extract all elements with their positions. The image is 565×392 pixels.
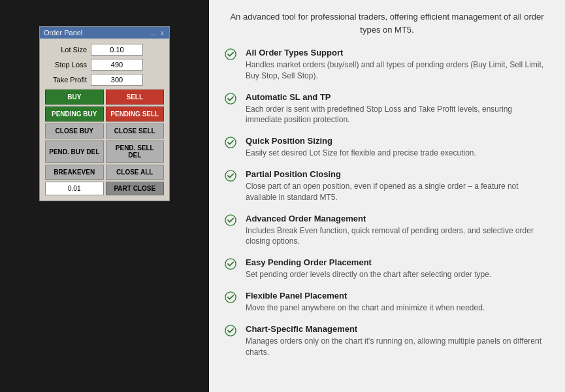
feature-item-7: Chart-Specific Management Manages orders… xyxy=(225,324,549,358)
feature-desc-1: Each order is sent with predefined Stop … xyxy=(246,104,549,126)
pend-sell-del-button[interactable]: PEND. SELL DEL xyxy=(106,140,165,163)
feature-desc-5: Set pending order levels directly on the… xyxy=(246,269,491,280)
close-buy-button[interactable]: CLOSE BUY xyxy=(45,123,104,139)
feature-title-7: Chart-Specific Management xyxy=(246,324,549,334)
feature-desc-7: Manages orders only on the chart it's ru… xyxy=(246,336,549,358)
left-area: Order Panel ... x Lot Size Stop Loss Tak… xyxy=(0,0,209,392)
order-panel-body: Lot Size Stop Loss Take Profit BUY SELL … xyxy=(40,39,169,201)
pend-buy-del-button[interactable]: PEND. BUY DEL xyxy=(45,140,104,163)
check-icon-0 xyxy=(225,48,239,63)
svg-point-3 xyxy=(225,171,236,181)
svg-point-6 xyxy=(225,292,236,302)
check-icon-7 xyxy=(225,325,239,339)
feature-title-4: Advanced Order Management xyxy=(246,214,549,223)
feature-content-0: All Order Types Support Handles market o… xyxy=(246,48,549,82)
part-close-button[interactable]: PART CLOSE xyxy=(106,182,165,195)
check-icon-3 xyxy=(225,170,239,184)
panel-title: Order Panel xyxy=(44,29,82,37)
feature-title-0: All Order Types Support xyxy=(246,48,549,57)
pending-sell-button[interactable]: PENDING SELL xyxy=(106,106,165,122)
close-sell-button[interactable]: CLOSE SELL xyxy=(106,123,165,139)
order-panel: Order Panel ... x Lot Size Stop Loss Tak… xyxy=(39,26,170,201)
feature-content-6: Flexible Panel Placement Move the panel … xyxy=(246,291,485,314)
take-profit-row: Take Profit xyxy=(45,74,164,86)
stop-loss-row: Stop Loss xyxy=(45,59,164,71)
take-profit-label: Take Profit xyxy=(45,76,91,84)
lot-size-row: Lot Size xyxy=(45,44,164,56)
feature-title-3: Partial Position Closing xyxy=(246,169,549,179)
feature-item-2: Quick Position Sizing Easily set desired… xyxy=(225,136,549,159)
lot-size-input[interactable] xyxy=(91,44,143,56)
svg-point-4 xyxy=(225,214,236,225)
feature-desc-3: Close part of an open position, even if … xyxy=(246,181,549,203)
check-icon-1 xyxy=(225,93,239,107)
lot-size-label: Lot Size xyxy=(45,46,91,54)
right-area: An advanced tool for professional trader… xyxy=(209,0,565,392)
stop-loss-input[interactable] xyxy=(91,59,143,71)
feature-item-4: Advanced Order Management Includes Break… xyxy=(225,214,549,248)
feature-title-6: Flexible Panel Placement xyxy=(246,291,485,301)
feature-item-6: Flexible Panel Placement Move the panel … xyxy=(225,291,549,314)
feature-content-1: Automatic SL and TP Each order is sent w… xyxy=(246,92,549,126)
bottom-row: PART CLOSE xyxy=(45,182,164,195)
check-icon-2 xyxy=(225,137,239,151)
check-icon-5 xyxy=(225,258,239,272)
svg-point-1 xyxy=(225,93,236,103)
feature-item-3: Partial Position Closing Close part of a… xyxy=(225,169,549,203)
feature-content-4: Advanced Order Management Includes Break… xyxy=(246,214,549,248)
feature-title-1: Automatic SL and TP xyxy=(246,92,549,102)
svg-point-5 xyxy=(225,259,236,269)
order-panel-titlebar: Order Panel ... x xyxy=(40,27,169,39)
feature-content-7: Chart-Specific Management Manages orders… xyxy=(246,324,549,358)
close-all-button[interactable]: CLOSE ALL xyxy=(106,165,165,180)
svg-point-0 xyxy=(225,49,236,59)
pending-buy-button[interactable]: PENDING BUY xyxy=(45,106,104,122)
feature-item-5: Easy Pending Order Placement Set pending… xyxy=(225,257,549,280)
feature-item-0: All Order Types Support Handles market o… xyxy=(225,48,549,82)
features-list: All Order Types Support Handles market o… xyxy=(225,48,549,357)
check-icon-6 xyxy=(225,291,239,306)
part-close-amount-input[interactable] xyxy=(45,182,104,195)
feature-desc-2: Easily set desired Lot Size for flexible… xyxy=(246,148,476,159)
close-panel-button[interactable]: x xyxy=(159,29,165,37)
minimize-button[interactable]: ... xyxy=(149,29,157,37)
feature-desc-4: Includes Break Even function, quick remo… xyxy=(246,225,549,248)
titlebar-controls: ... x xyxy=(149,29,165,37)
stop-loss-label: Stop Loss xyxy=(45,61,91,69)
svg-point-2 xyxy=(225,137,236,148)
feature-title-5: Easy Pending Order Placement xyxy=(246,257,491,267)
take-profit-input[interactable] xyxy=(91,74,143,86)
feature-title-2: Quick Position Sizing xyxy=(246,136,476,146)
sell-button[interactable]: SELL xyxy=(106,90,165,105)
svg-point-7 xyxy=(225,325,236,336)
buttons-grid: BUY SELL PENDING BUY PENDING SELL CLOSE … xyxy=(45,90,164,180)
feature-content-3: Partial Position Closing Close part of a… xyxy=(246,169,549,203)
check-icon-4 xyxy=(225,214,239,229)
buy-button[interactable]: BUY xyxy=(45,90,104,105)
feature-content-5: Easy Pending Order Placement Set pending… xyxy=(246,257,491,280)
feature-content-2: Quick Position Sizing Easily set desired… xyxy=(246,136,476,159)
breakeven-button[interactable]: BREAKEVEN xyxy=(45,165,104,180)
intro-text: An advanced tool for professional trader… xyxy=(225,10,549,36)
feature-desc-6: Move the panel anywhere on the chart and… xyxy=(246,302,485,314)
feature-desc-0: Handles market orders (buy/sell) and all… xyxy=(246,59,549,82)
feature-item-1: Automatic SL and TP Each order is sent w… xyxy=(225,92,549,126)
